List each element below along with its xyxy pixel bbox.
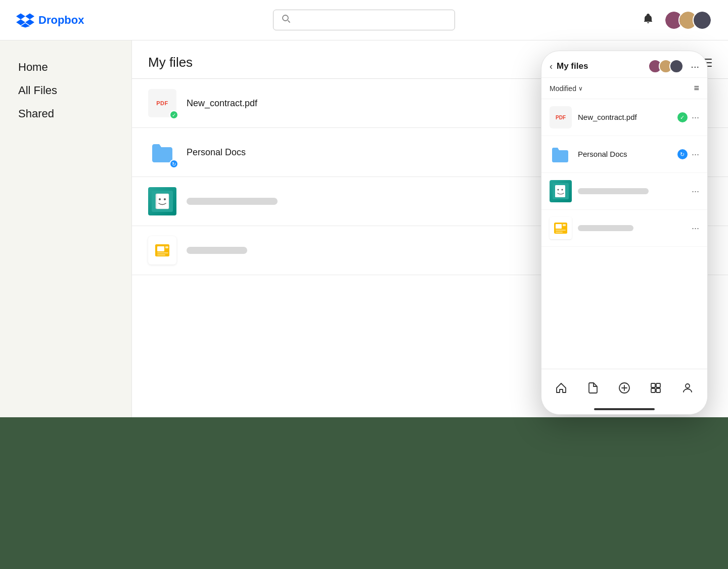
phone-nav-add[interactable] <box>612 378 636 398</box>
sidebar-item-all-files[interactable]: All Files <box>12 80 119 101</box>
search-icon <box>282 14 291 26</box>
phone-home-icon <box>555 382 567 394</box>
phone-avatar-3 <box>669 59 684 73</box>
svg-point-15 <box>562 189 563 191</box>
phone-sketch-face-icon <box>553 183 569 199</box>
svg-rect-25 <box>656 388 660 392</box>
phone-slides-name-placeholder <box>578 225 633 231</box>
phone-file-list: PDF New_contract.pdf ✓ ··· Personal Docs… <box>541 99 707 247</box>
chevron-down-icon: ∨ <box>578 85 583 92</box>
filter-label: Modified <box>550 84 576 93</box>
file-icon-wrap-folder: ↻ <box>148 138 176 166</box>
phone-folder-thumb <box>550 143 572 165</box>
phone-back-button[interactable]: ‹ <box>550 61 553 72</box>
svg-rect-2 <box>156 194 169 209</box>
svg-rect-8 <box>157 246 164 251</box>
svg-rect-11 <box>157 254 165 255</box>
phone-slides-more-button[interactable]: ··· <box>692 223 699 234</box>
phone-sketch-name-placeholder <box>578 188 649 194</box>
bell-icon[interactable] <box>642 13 654 28</box>
avatar-3 <box>693 11 712 30</box>
file-icon-wrap-slides <box>148 236 176 265</box>
file-name-pdf: New_contract.pdf <box>187 98 257 109</box>
logo-area: Dropbox <box>16 12 117 28</box>
svg-rect-17 <box>556 224 562 229</box>
svg-rect-19 <box>556 230 566 231</box>
list-view-toggle-button[interactable]: ≡ <box>694 83 699 94</box>
file-name-sketch-placeholder <box>187 198 278 205</box>
phone-file-actions-pdf: ✓ ··· <box>677 112 699 123</box>
background-green-section <box>0 417 728 569</box>
phone-header: ‹ My files ··· <box>541 51 707 78</box>
header-right <box>611 11 712 30</box>
phone-nav-photos[interactable] <box>644 378 668 398</box>
sidebar-item-shared[interactable]: Shared <box>12 103 119 124</box>
search-box[interactable] <box>273 10 455 30</box>
phone-sketch-more-button[interactable]: ··· <box>692 186 699 197</box>
phone-bottom-nav <box>541 369 707 414</box>
svg-rect-23 <box>656 383 660 387</box>
phone-folder-icon <box>551 146 571 163</box>
phone-sync-status-synced: ✓ <box>677 112 688 122</box>
phone-filter-bar: Modified ∨ ≡ <box>541 78 707 99</box>
svg-point-4 <box>164 198 166 200</box>
phone-title: My files <box>557 61 644 71</box>
phone-slides-icon-svg <box>554 221 568 235</box>
phone-file-actions-slides: ··· <box>692 223 699 234</box>
phone-file-item-sketch[interactable]: ··· <box>541 173 707 210</box>
phone-photos-icon <box>650 382 662 394</box>
phone-file-item-slides[interactable]: ··· <box>541 210 707 247</box>
sketch-thumbnail <box>148 187 176 215</box>
slides-icon <box>148 236 176 265</box>
phone-pdf-badge: PDF <box>556 115 566 120</box>
phone-mockup: ‹ My files ··· Modified ∨ ≡ PDF New_cont… <box>541 51 708 415</box>
svg-point-0 <box>283 15 288 21</box>
user-avatars[interactable] <box>664 11 712 30</box>
page-title: My files <box>148 55 193 70</box>
sidebar-nav: Home All Files Shared <box>12 57 119 124</box>
sidebar-item-home[interactable]: Home <box>12 57 119 78</box>
svg-rect-9 <box>165 246 168 248</box>
folder-icon <box>150 142 174 162</box>
phone-profile-icon <box>681 382 694 394</box>
svg-point-26 <box>686 384 690 388</box>
svg-rect-10 <box>157 252 168 253</box>
phone-files-icon <box>587 382 599 394</box>
svg-point-3 <box>159 198 161 200</box>
search-input[interactable] <box>295 16 446 24</box>
phone-sketch-thumb <box>550 180 572 202</box>
file-name-folder: Personal Docs <box>187 147 246 158</box>
google-slides-icon <box>154 242 170 258</box>
sketch-face-icon <box>152 191 173 212</box>
phone-avatars <box>648 59 684 73</box>
phone-file-info-sketch <box>578 188 686 194</box>
file-name-slides-placeholder <box>187 247 247 254</box>
phone-pdf-more-button[interactable]: ··· <box>692 112 699 123</box>
svg-rect-24 <box>651 388 655 392</box>
phone-folder-more-button[interactable]: ··· <box>692 149 699 160</box>
sync-status-synced: ✓ <box>169 110 178 119</box>
phone-slides-thumb <box>550 217 572 239</box>
svg-rect-13 <box>555 185 565 197</box>
phone-nav-profile[interactable] <box>675 378 700 398</box>
dropbox-logo-icon <box>16 12 34 28</box>
phone-nav-home[interactable] <box>549 378 573 398</box>
phone-file-name-pdf: New_contract.pdf <box>578 113 637 121</box>
phone-more-options-button[interactable]: ··· <box>691 61 699 72</box>
phone-add-icon <box>618 382 630 394</box>
phone-file-item-pdf[interactable]: PDF New_contract.pdf ✓ ··· <box>541 99 707 136</box>
phone-file-item-folder[interactable]: Personal Docs ↻ ··· <box>541 136 707 173</box>
svg-point-14 <box>558 189 559 191</box>
file-icon-wrap-sketch <box>148 187 176 215</box>
svg-rect-20 <box>556 232 563 233</box>
file-icon-wrap-pdf: PDF ✓ <box>148 89 176 117</box>
sync-status-syncing: ↻ <box>169 159 178 168</box>
phone-pdf-thumb: PDF <box>550 106 572 128</box>
phone-file-info-slides <box>578 225 686 231</box>
phone-nav-files[interactable] <box>581 378 605 398</box>
phone-file-name-folder: Personal Docs <box>578 150 627 158</box>
phone-home-indicator <box>594 408 655 410</box>
modified-filter-button[interactable]: Modified ∨ <box>550 84 583 93</box>
phone-sketch-thumbnail <box>550 180 572 202</box>
svg-rect-22 <box>651 383 655 387</box>
